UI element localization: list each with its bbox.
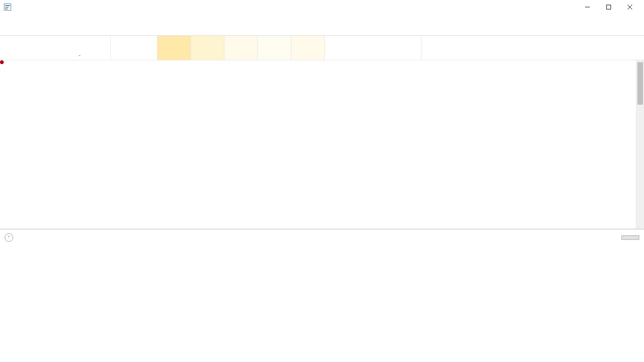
sort-caret-icon: ⌄ — [49, 52, 110, 57]
vertical-scrollbar[interactable] — [636, 60, 644, 229]
menu-options[interactable] — [15, 18, 19, 21]
end-task-button[interactable] — [621, 235, 639, 240]
tabbar — [0, 25, 644, 36]
svg-rect-5 — [606, 5, 611, 9]
footer: ⌃ — [0, 229, 644, 245]
minimize-button[interactable] — [577, 0, 598, 14]
fewer-details-button[interactable]: ⌃ — [5, 233, 17, 242]
column-gpu-engine[interactable] — [325, 36, 421, 60]
column-disk[interactable] — [224, 36, 258, 60]
scroll-thumb[interactable] — [637, 62, 643, 105]
titlebar — [0, 0, 644, 14]
svg-rect-3 — [5, 8, 8, 9]
column-network[interactable] — [258, 36, 291, 60]
column-memory[interactable] — [191, 36, 224, 60]
column-gpu[interactable] — [291, 36, 325, 60]
column-status[interactable] — [111, 36, 157, 60]
column-name[interactable]: ⌄ — [0, 36, 111, 60]
menubar — [0, 14, 644, 25]
column-cpu[interactable] — [157, 36, 191, 60]
app-icon — [4, 3, 11, 11]
annotation-highlight — [0, 60, 4, 64]
process-table: ⌄ — [0, 36, 644, 229]
svg-rect-2 — [5, 7, 8, 8]
menu-file[interactable] — [4, 18, 8, 21]
chevron-up-icon: ⌃ — [5, 233, 13, 242]
menu-view[interactable] — [26, 18, 30, 21]
column-headers: ⌄ — [0, 36, 644, 60]
maximize-button[interactable] — [598, 0, 619, 14]
close-button[interactable] — [619, 0, 640, 14]
svg-rect-1 — [5, 5, 10, 6]
